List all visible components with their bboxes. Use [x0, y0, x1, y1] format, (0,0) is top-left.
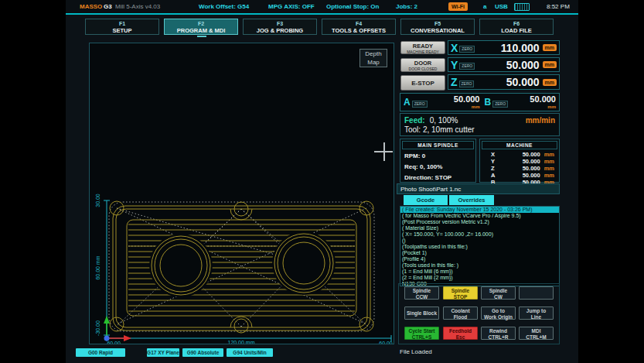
wifi-status-badge: Wi-Fi — [448, 2, 468, 11]
depth-map-button[interactable]: Depth Map — [359, 49, 387, 67]
gcode-line: (Pocket 1) — [400, 250, 559, 256]
mpg-axis-indicator: MPG AXIS: OFF — [268, 0, 315, 13]
tab-f3-jog-probing[interactable]: F3 JOG & PROBING — [243, 19, 317, 35]
gcode-tab[interactable]: Gcode — [404, 195, 448, 205]
spindle-stop-button[interactable]: SpindleSTOP — [443, 286, 478, 300]
gcode-line: (Toolpaths used in this file:) — [400, 244, 559, 250]
optional-stop-indicator: Optional Stop: On — [326, 0, 379, 13]
x-position-value: 110.000 — [475, 42, 542, 54]
spindle-req: Req: 0, 100% — [400, 162, 475, 173]
masso-app-window: MASSO G3 Mill 5-Axis v4.03 Work Offset: … — [66, 0, 578, 363]
keyboard-icon — [514, 3, 530, 11]
dro-x: X ZERO 110.000 mm — [448, 40, 560, 55]
tab-f2-program-mdi[interactable]: F2 PROGRAM & MDI — [164, 19, 238, 35]
dim-y-top: 30.00 — [95, 193, 101, 207]
jump-to-line-button[interactable]: Jump toLine — [519, 306, 554, 320]
single-block-button[interactable]: Single Block — [404, 306, 439, 320]
usb-drive-letter: a — [483, 0, 486, 13]
clock: 8:52 PM — [547, 0, 570, 13]
gcode-line: ( Material Size) — [400, 225, 559, 231]
mdi-button[interactable]: MDICTRL+M — [519, 327, 554, 340]
controller-model: G3 — [104, 0, 112, 13]
tool-crosshair — [374, 142, 393, 161]
topbar-divider — [66, 13, 578, 15]
b-zero-button[interactable]: ZERO — [492, 101, 508, 108]
dro-ab: A ZERO 50.000 mm B ZERO 50.000 mm — [400, 93, 560, 111]
y-position-value: 50.000 — [475, 59, 542, 71]
ready-status-button[interactable]: READY MACHINE READY — [400, 41, 445, 54]
machine-y-row: Y 50.000 mm — [480, 158, 559, 165]
z-position-value: 50.000 — [474, 76, 542, 88]
x-unit-badge: mm — [543, 44, 557, 51]
door-status-button[interactable]: DOOR DOOR CLOSED — [400, 58, 445, 72]
feed-tool-panel: Feed: 0, 100% mm/min Tool: 2, 10mm cutte… — [400, 113, 560, 136]
gcode-line: ( X= 150.000, Y= 100.000 ,Z= 16.000) — [400, 231, 559, 238]
tool-info: Tool: 2, 10mm cutter — [404, 125, 555, 135]
masso-logo: MASSO — [80, 0, 102, 13]
dim-x-span: 120.00 mm — [227, 340, 254, 344]
spindle-rpm: RPM: 0 — [400, 151, 475, 162]
x-axis-letter: X — [451, 43, 458, 53]
spindle-cw-button[interactable]: SpindleCW — [481, 286, 516, 300]
a-position-value: 50.000 — [454, 94, 480, 104]
go-to-work-origin-button[interactable]: Go toWork Origin — [481, 306, 516, 320]
b-unit-label: mm — [508, 103, 556, 111]
machine-x-row: X 50.000 mm — [480, 151, 559, 158]
a-unit-label: mm — [428, 103, 480, 111]
rewind-button[interactable]: RewindCTRL+R — [481, 327, 516, 340]
coolant-flood-button[interactable]: CoolantFlood — [443, 306, 478, 320]
gcode-line: () — [400, 238, 559, 244]
estop-status-button[interactable]: E-STOP — [400, 75, 445, 91]
gcode-listing[interactable]: ( File created: Sunday November 15 2020 … — [400, 206, 560, 286]
cycle-start-button[interactable]: Cycle StartCTRL+S — [404, 327, 439, 340]
gcode-line: (Post Processor version Metric v1.2) — [400, 219, 559, 225]
y-zero-button[interactable]: ZERO — [459, 63, 475, 70]
g90-absolute-badge: G90 Absolute — [182, 348, 223, 357]
gcode-line: ( for Masso From Vectric VCarve Pro / As… — [400, 213, 559, 219]
machine-coords-header: MACHINE — [482, 141, 557, 149]
dro-y: Y ZERO 50.000 mm — [448, 57, 560, 72]
gcode-line: (2 = End Mill {2 mm}) — [400, 275, 559, 281]
g00-rapid-badge: G00 Rapid — [76, 348, 125, 357]
gcode-line: (Tools used in this file: ) — [400, 262, 559, 269]
work-offset-indicator: Work Offset: G54 — [199, 0, 249, 13]
a-zero-button[interactable]: ZERO — [412, 101, 428, 108]
dro-z: Z ZERO 50.000 mm — [448, 74, 560, 90]
g94-units-badge: G94 Units/Min — [227, 348, 273, 357]
z-unit-badge: mm — [543, 79, 557, 86]
top-status-bar: MASSO G3 Mill 5-Axis v4.03 Work Offset: … — [66, 0, 578, 13]
feed-unit: mm/min — [526, 115, 555, 125]
tab-f1-setup[interactable]: F1 SETUP — [85, 19, 159, 35]
g17-plane-badge: G17 XY Plane — [147, 348, 179, 357]
tab-f4-tools-offsets[interactable]: F4 TOOLS & OFFSETS — [322, 19, 396, 35]
toolpath-viewport[interactable]: Depth Map — [89, 43, 394, 344]
loaded-file-name: Photo Shoot\Part 1.nc — [397, 183, 560, 194]
spindle-direction: Direction: STOP — [400, 173, 475, 183]
overrides-tab[interactable]: Overrides — [449, 195, 494, 205]
dim-y-span: 60.00 mm — [95, 255, 101, 279]
feedhold-button[interactable]: FeedholdEsc — [443, 327, 478, 340]
machine-a-row: A 50.000 mm — [480, 172, 559, 179]
z-zero-button[interactable]: ZERO — [459, 80, 475, 87]
main-spindle-panel: MAIN SPINDLE RPM: 0 Req: 0, 100% Directi… — [400, 139, 476, 183]
feed-value: 0, 100% — [430, 115, 526, 125]
firmware-version: Mill 5-Axis v4.03 — [115, 0, 160, 13]
z-axis-letter: Z — [451, 77, 458, 87]
dim-x-right: 60.00 — [379, 341, 393, 344]
spindle-ccw-button[interactable]: SpindleCCW — [404, 286, 439, 300]
feed-label: Feed: — [404, 115, 425, 125]
dim-y-bottom: -30.00 — [95, 320, 101, 336]
empty-button — [519, 286, 554, 300]
b-position-value: 50.000 — [530, 94, 556, 104]
tab-f6-load-file[interactable]: F6 LOAD FILE — [479, 19, 554, 35]
usb-indicator: USB — [495, 0, 508, 13]
spindle-header: MAIN SPINDLE — [402, 141, 474, 149]
y-axis-letter: Y — [451, 60, 458, 70]
x-zero-button[interactable]: ZERO — [459, 46, 475, 53]
machine-coords-panel: MACHINE X 50.000 mm Y 50.000 mm Z 50.000… — [479, 139, 560, 183]
dim-x-left: -60.00 — [105, 341, 121, 344]
file-status-text: File Loaded — [400, 348, 432, 355]
tab-f5-conversational[interactable]: F5 CONVERSATIONAL — [400, 19, 475, 35]
gcode-line-current: ( File created: Sunday November 15 2020 … — [400, 207, 559, 213]
y-unit-badge: mm — [543, 61, 557, 68]
